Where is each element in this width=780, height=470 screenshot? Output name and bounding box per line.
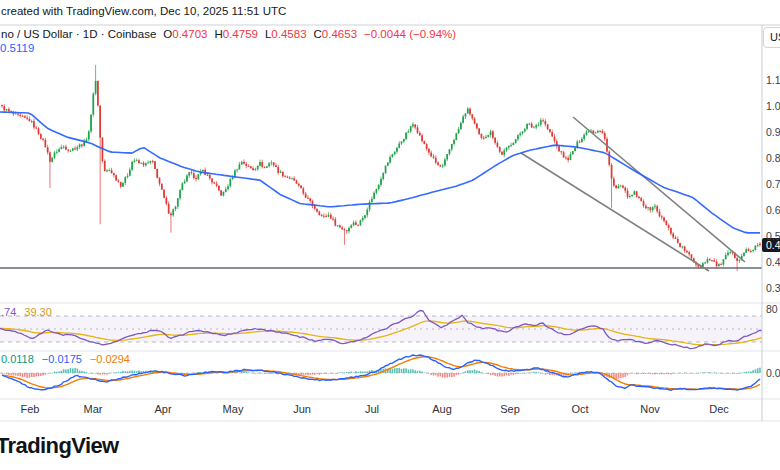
- macd-value: −0.0175: [42, 353, 82, 365]
- month-label: Sep: [493, 403, 527, 415]
- price-tick-label: 0.90: [766, 126, 780, 138]
- ma-legend-value: 0.5119: [0, 42, 34, 54]
- price-tick-label: 0.80: [766, 152, 780, 164]
- high-value: H0.4759: [214, 28, 258, 40]
- macd-signal-value: −0.0294: [90, 353, 130, 365]
- price-tick-label: 0.60: [766, 204, 780, 216]
- tradingview-snapshot: created with TradingView.com, Dec 10, 20…: [0, 0, 780, 470]
- symbol-title[interactable]: no / US Dollar · 1D · Coinbase: [1, 28, 156, 40]
- macd-histogram-value: 0.0118: [1, 353, 34, 365]
- attribution-text: created with TradingView.com, Dec 10, 20…: [1, 5, 286, 17]
- macd-legend: 0.0118 −0.0175 −0.0294: [1, 353, 130, 365]
- price-tick-label: 0.30: [766, 282, 780, 294]
- chart-canvas: [0, 0, 780, 470]
- month-label: Jul: [355, 403, 389, 415]
- price-tick-label: 0.40: [766, 256, 780, 268]
- low-value: L0.4583: [265, 28, 307, 40]
- month-label: Nov: [633, 403, 667, 415]
- price-tick-label: 0.50: [766, 230, 780, 242]
- currency-usd-button[interactable]: USD: [763, 27, 780, 48]
- price-tick-label: 0.70: [766, 178, 780, 190]
- month-label: Aug: [425, 403, 459, 415]
- rsi-value: .74: [1, 306, 16, 318]
- month-label: Oct: [563, 403, 597, 415]
- open-value: O0.4703: [163, 28, 207, 40]
- rsi-ma-value: 39.30: [24, 306, 52, 318]
- month-label: Mar: [76, 403, 110, 415]
- month-label: Apr: [146, 403, 180, 415]
- month-label: Feb: [13, 403, 47, 415]
- month-label: May: [216, 403, 250, 415]
- month-label: Dec: [702, 403, 736, 415]
- price-tick-label: 1.00: [766, 100, 780, 112]
- close-value: C0.4653: [314, 28, 358, 40]
- rsi-legend: .74 39.30: [1, 306, 52, 318]
- rsi-axis-label: 80: [766, 303, 778, 315]
- macd-axis-label: 0.00: [766, 367, 780, 379]
- tradingview-logo[interactable]: TradingView: [0, 433, 119, 459]
- month-label: Jun: [285, 403, 319, 415]
- price-tick-label: 1.10: [766, 74, 780, 86]
- change-value: −0.0044 (−0.94%): [364, 28, 456, 40]
- symbol-legend: no / US Dollar · 1D · Coinbase O0.4703 H…: [1, 28, 456, 40]
